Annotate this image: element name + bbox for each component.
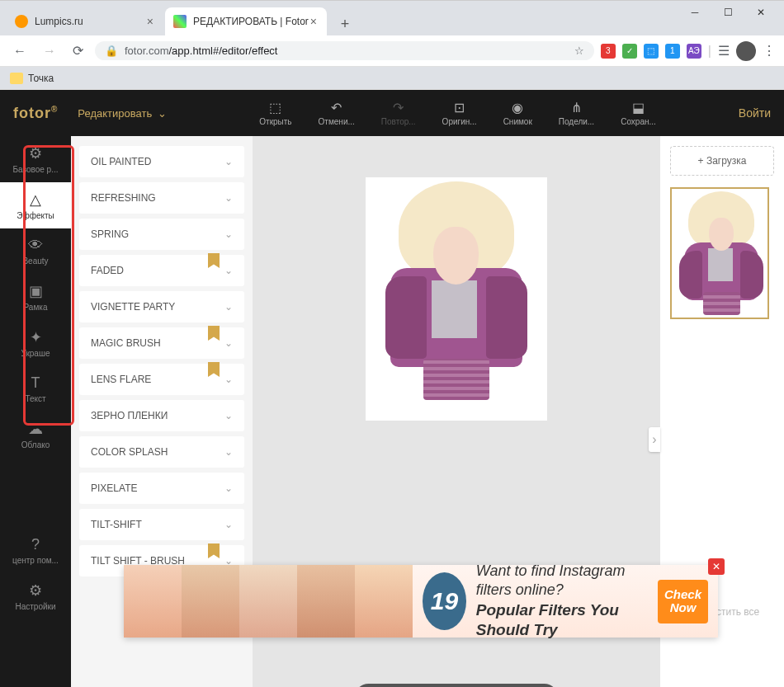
- cloud-icon: ☁: [28, 420, 43, 438]
- close-icon[interactable]: ×: [309, 15, 319, 28]
- effect-color-splash[interactable]: COLOR SPLASH⌄: [79, 436, 244, 468]
- gear-icon: ⚙: [29, 581, 42, 600]
- chevron-down-icon: ⌄: [224, 337, 233, 349]
- portrait-illustration: [366, 177, 547, 421]
- edit-dropdown[interactable]: Редактировать ⌄: [78, 107, 167, 120]
- effect-faded[interactable]: FADED⌄: [79, 255, 244, 286]
- sidebar-item-effects[interactable]: △Эффекты: [0, 182, 71, 228]
- save-button[interactable]: ⬓Сохран...: [621, 100, 656, 126]
- ad-text: Want to find Instagram filters online?Po…: [476, 562, 658, 641]
- tab-fotor[interactable]: РЕДАКТИРОВАТЬ | Fotor ×: [165, 7, 327, 35]
- menu-icon[interactable]: ⋮: [763, 43, 776, 59]
- minimize-button[interactable]: ─: [678, 0, 711, 25]
- share-icon: ⋔: [571, 100, 582, 115]
- premium-badge-icon: [208, 543, 220, 558]
- bookmark-item[interactable]: Точка: [28, 73, 54, 84]
- sidebar-item-frame[interactable]: ▣Рамка: [0, 274, 71, 320]
- favicon: [15, 15, 28, 28]
- profile-avatar[interactable]: [736, 41, 756, 61]
- extension-icon[interactable]: АЭ: [687, 44, 701, 59]
- ad-image: [124, 565, 413, 638]
- snapshot-button[interactable]: ◉Снимок: [503, 100, 532, 126]
- panel-expand-handle[interactable]: ›: [649, 427, 660, 452]
- upload-button[interactable]: + Загрузка: [670, 146, 774, 176]
- original-button[interactable]: ⊡Оригин...: [442, 100, 477, 126]
- effect-tilt-shift[interactable]: TILT-SHIFT⌄: [79, 509, 244, 540]
- effect-film-grain[interactable]: ЗЕРНО ПЛЕНКИ⌄: [79, 400, 244, 431]
- effect-pixelate[interactable]: PIXELATE⌄: [79, 473, 244, 504]
- bookmarks-bar: Точка: [0, 67, 784, 90]
- zoom-bar: 1280px × 1790px − 27% + Сравнить: [355, 684, 559, 687]
- window-controls: ─ ☐ ✕: [678, 0, 777, 25]
- effect-vignette-party[interactable]: VIGNETTE PARTY⌄: [79, 291, 244, 322]
- snapshot-icon: ◉: [512, 100, 523, 115]
- lock-icon: 🔒: [105, 45, 118, 57]
- premium-badge-icon: [208, 326, 220, 341]
- redo-button: ↷Повтор...: [381, 100, 416, 126]
- effect-magic-brush[interactable]: MAGIC BRUSH⌄: [79, 327, 244, 359]
- open-button[interactable]: ⬚Открыть: [259, 100, 291, 126]
- sliders-icon: ⚙: [29, 144, 42, 162]
- portrait-illustration: [672, 189, 767, 318]
- effect-lens-flare[interactable]: LENS FLARE⌄: [79, 364, 244, 395]
- login-button[interactable]: Войти: [739, 106, 771, 120]
- share-button[interactable]: ⋔Подели...: [559, 100, 594, 126]
- chevron-down-icon: ⌄: [224, 519, 233, 530]
- tab-title: Lumpics.ru: [35, 16, 83, 27]
- fotor-logo[interactable]: fotor®: [13, 105, 58, 122]
- save-icon: ⬓: [632, 100, 645, 115]
- ad-banner[interactable]: 19 Want to find Instagram filters online…: [124, 565, 718, 638]
- url-path: /app.html#/editor/effect: [168, 45, 277, 57]
- eye-icon: 👁: [28, 237, 43, 254]
- effect-oil-painted[interactable]: OIL PAINTED⌄: [79, 146, 244, 177]
- browser-chrome: Lumpics.ru × РЕДАКТИРОВАТЬ | Fotor × + ─…: [0, 0, 784, 90]
- extension-icon[interactable]: 3: [601, 44, 616, 59]
- reload-button[interactable]: ⟳: [68, 43, 88, 59]
- sidebar-item-decorate[interactable]: ✦Украше: [0, 320, 71, 366]
- favicon: [173, 15, 187, 28]
- text-icon: T: [31, 374, 40, 392]
- effect-spring[interactable]: SPRING⌄: [79, 219, 244, 250]
- image-thumbnail[interactable]: [670, 187, 769, 319]
- extension-icon[interactable]: ✓: [622, 44, 637, 59]
- frame-icon: ▣: [29, 282, 43, 300]
- redo-icon: ↷: [393, 100, 404, 115]
- sidebar-item-beauty[interactable]: 👁Beauty: [0, 228, 71, 274]
- premium-badge-icon: [208, 362, 220, 377]
- effects-icon: △: [30, 191, 41, 209]
- maximize-button[interactable]: ☐: [711, 0, 744, 25]
- undo-icon: ↶: [331, 100, 342, 115]
- close-icon[interactable]: ×: [145, 15, 155, 28]
- url-input[interactable]: 🔒 fotor.com/app.html#/editor/effect ☆: [95, 41, 594, 60]
- tab-strip: Lumpics.ru × РЕДАКТИРОВАТЬ | Fotor × + ─…: [0, 1, 784, 35]
- close-window-button[interactable]: ✕: [744, 0, 777, 25]
- forward-button[interactable]: →: [38, 44, 61, 59]
- new-tab-button[interactable]: +: [333, 12, 357, 35]
- effect-refreshing[interactable]: REFRESHING⌄: [79, 182, 244, 214]
- chevron-down-icon: ⌄: [224, 301, 233, 313]
- ad-cta-button[interactable]: CheckNow: [658, 580, 708, 623]
- app-header: fotor® Редактировать ⌄ ⬚Открыть ↶Отмени.…: [0, 90, 784, 136]
- extension-icon[interactable]: 1: [665, 44, 680, 59]
- extension-icon[interactable]: ⬚: [644, 44, 659, 59]
- address-bar: ← → ⟳ 🔒 fotor.com/app.html#/editor/effec…: [0, 35, 784, 67]
- reading-list-icon[interactable]: ☰: [718, 43, 730, 59]
- chevron-down-icon: ⌄: [224, 482, 233, 494]
- sidebar-item-cloud[interactable]: ☁Облако: [0, 412, 71, 458]
- chevron-down-icon: ⌄: [224, 228, 233, 240]
- sidebar-item-help[interactable]: ?центр пом...: [0, 528, 71, 573]
- chevron-down-icon: ⌄: [224, 156, 233, 167]
- ad-close-button[interactable]: ✕: [708, 558, 725, 575]
- tab-lumpics[interactable]: Lumpics.ru ×: [7, 7, 163, 35]
- open-icon: ⬚: [269, 100, 281, 115]
- sidebar-item-settings[interactable]: ⚙Настройки: [0, 573, 71, 619]
- header-toolbar: ⬚Открыть ↶Отмени... ↷Повтор... ⊡Оригин..…: [259, 100, 656, 126]
- sidebar-item-basic[interactable]: ⚙Базовое р...: [0, 136, 71, 182]
- undo-button[interactable]: ↶Отмени...: [319, 100, 355, 126]
- star-icon[interactable]: ☆: [574, 45, 584, 57]
- back-button[interactable]: ←: [8, 44, 31, 59]
- sidebar-item-text[interactable]: TТекст: [0, 366, 71, 412]
- url-host: fotor.com: [125, 45, 168, 57]
- chevron-down-icon: ⌄: [224, 192, 233, 204]
- canvas-image[interactable]: [366, 177, 547, 421]
